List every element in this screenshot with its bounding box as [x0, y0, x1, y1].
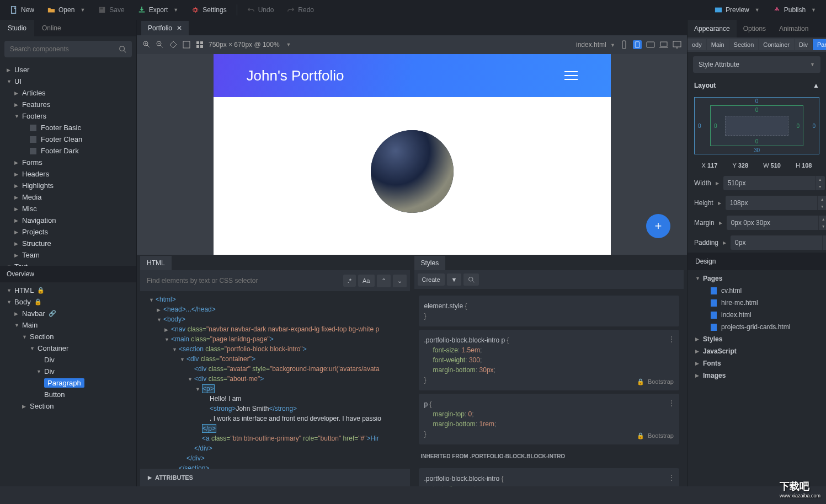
- prev-button[interactable]: ⌃: [377, 275, 391, 287]
- redo-button[interactable]: Redo: [281, 3, 319, 17]
- zoom-in-icon[interactable]: [142, 40, 151, 49]
- tree-item[interactable]: ▶Projects: [0, 226, 136, 238]
- tab-studio[interactable]: Studio: [0, 20, 34, 36]
- hamburger-icon[interactable]: [564, 68, 578, 83]
- new-button[interactable]: New: [4, 3, 40, 17]
- tab-appearance[interactable]: Appearance: [688, 20, 737, 37]
- tab-html[interactable]: HTML: [140, 256, 172, 270]
- overview-item[interactable]: Paragraph: [0, 377, 136, 389]
- menu-icon[interactable]: ⋮: [668, 334, 675, 344]
- crumb[interactable]: ody: [688, 39, 706, 50]
- tree-item[interactable]: ▶Media: [0, 191, 136, 203]
- device-tablet-land-icon[interactable]: [646, 40, 655, 49]
- select-icon[interactable]: [182, 40, 191, 49]
- export-button[interactable]: Export▼: [132, 3, 184, 17]
- device-mobile-icon[interactable]: [620, 40, 628, 49]
- grid-icon[interactable]: [195, 40, 204, 49]
- tab-animation[interactable]: Animation: [772, 20, 815, 37]
- device-desktop-icon[interactable]: [673, 40, 681, 49]
- design-pages[interactable]: ▼Pages: [688, 272, 826, 285]
- overview-item[interactable]: ▶Navbar🔗: [0, 308, 136, 319]
- canvas-info[interactable]: 750px × 670px @ 100%: [209, 41, 280, 49]
- create-style-button[interactable]: Create: [418, 274, 445, 286]
- add-fab-button[interactable]: +: [646, 214, 670, 238]
- crumb[interactable]: Section: [729, 39, 759, 50]
- tree-item[interactable]: ▶Team: [0, 249, 136, 261]
- tree-item[interactable]: ▼Text: [0, 261, 136, 266]
- design-file[interactable]: projects-grid-cards.html: [688, 321, 826, 333]
- attributes-header[interactable]: ▶ATTRIBUTES: [140, 469, 410, 486]
- tab-online[interactable]: Online: [34, 20, 69, 36]
- regex-button[interactable]: .*: [343, 275, 356, 287]
- tree-item[interactable]: Footer Dark: [0, 145, 136, 157]
- tree-item[interactable]: ▶Structure: [0, 238, 136, 249]
- close-icon[interactable]: ✕: [177, 24, 182, 32]
- tree-item[interactable]: ▶Navigation: [0, 215, 136, 226]
- tree-item[interactable]: ▶Articles: [0, 87, 136, 99]
- style-dropdown-button[interactable]: ▼: [447, 274, 462, 286]
- tree-item[interactable]: ▶Misc: [0, 203, 136, 215]
- search-icon[interactable]: [113, 45, 132, 53]
- overview-item[interactable]: ▼HTML🔒: [0, 285, 136, 296]
- tab-styles[interactable]: Styles: [414, 256, 446, 270]
- menu-icon[interactable]: ⋮: [668, 473, 675, 482]
- tree-item[interactable]: ▼UI: [0, 76, 136, 87]
- tree-item[interactable]: ▼Footers: [0, 110, 136, 122]
- settings-button[interactable]: Settings: [186, 3, 232, 17]
- tab-options[interactable]: Options: [737, 20, 772, 37]
- width-input[interactable]: [723, 176, 815, 190]
- device-laptop-icon[interactable]: [659, 40, 668, 49]
- style-attribute-dropdown[interactable]: Style Attribute▼: [693, 56, 820, 73]
- next-button[interactable]: ⌄: [393, 275, 407, 287]
- padding-input[interactable]: [731, 235, 822, 250]
- open-button[interactable]: Open▼: [42, 3, 90, 17]
- overview-item[interactable]: Button: [0, 389, 136, 400]
- undo-button[interactable]: Undo: [242, 3, 280, 17]
- overview-item[interactable]: ▼Section: [0, 331, 136, 342]
- overview-item[interactable]: ▼Container: [0, 342, 136, 354]
- tree-item[interactable]: ▶Highlights: [0, 180, 136, 191]
- design-section[interactable]: ▶Styles: [688, 333, 826, 345]
- doc-tab-portfolio[interactable]: Portfolio✕: [141, 21, 189, 35]
- overview-item[interactable]: ▼Body🔒: [0, 296, 136, 308]
- overview-item[interactable]: ▶Section: [0, 400, 136, 412]
- layout-header[interactable]: Layout▲: [688, 77, 826, 94]
- design-file[interactable]: index.html: [688, 309, 826, 321]
- design-section[interactable]: ▶Images: [688, 369, 826, 382]
- design-section[interactable]: ▶Fonts: [688, 357, 826, 369]
- canvas-page[interactable]: John's Portfolio: [214, 54, 611, 255]
- save-button[interactable]: Save: [93, 3, 130, 17]
- overview-item[interactable]: ▼Main: [0, 319, 136, 331]
- tree-item[interactable]: ▶Forms: [0, 157, 136, 168]
- tree-item[interactable]: Footer Clean: [0, 133, 136, 145]
- tree-item[interactable]: Footer Basic: [0, 122, 136, 133]
- overview-item[interactable]: Div: [0, 354, 136, 366]
- crumb[interactable]: Paragraph: [813, 39, 826, 50]
- styles-code[interactable]: element.style { } ⋮ .portfolio-block.blo…: [414, 289, 684, 486]
- tree-item[interactable]: ▶Features: [0, 99, 136, 110]
- overview-item[interactable]: ▼Div: [0, 366, 136, 377]
- html-code[interactable]: ▼<html> ▶<head>...</head> ▼<body> ▶<nav …: [140, 291, 410, 469]
- box-model[interactable]: 0 0 30 0 0 0 0 0: [694, 97, 819, 154]
- design-section[interactable]: ▶JavaScript: [688, 345, 826, 357]
- tree-item[interactable]: ▶Headers: [0, 168, 136, 180]
- crumb[interactable]: Div: [795, 39, 812, 50]
- ruler-icon[interactable]: [169, 40, 178, 49]
- canvas[interactable]: John's Portfolio +: [137, 54, 687, 255]
- style-search-button[interactable]: [463, 274, 479, 286]
- tree-item[interactable]: ▶User: [0, 64, 136, 76]
- preview-button[interactable]: Preview▼: [709, 3, 765, 17]
- menu-icon[interactable]: ⋮: [668, 398, 675, 408]
- search-components-input[interactable]: [4, 41, 113, 57]
- publish-button[interactable]: Publish▼: [768, 3, 822, 17]
- case-button[interactable]: Aa: [358, 275, 374, 287]
- file-selector[interactable]: index.html ▼: [576, 41, 615, 49]
- design-file[interactable]: hire-me.html: [688, 297, 826, 309]
- design-file[interactable]: cv.html: [688, 285, 826, 297]
- find-elements-input[interactable]: [143, 274, 341, 288]
- margin-input[interactable]: [727, 216, 818, 230]
- crumb[interactable]: Main: [707, 39, 729, 50]
- crumb[interactable]: Container: [759, 39, 794, 50]
- zoom-out-icon[interactable]: [156, 40, 164, 49]
- height-input[interactable]: [726, 196, 817, 210]
